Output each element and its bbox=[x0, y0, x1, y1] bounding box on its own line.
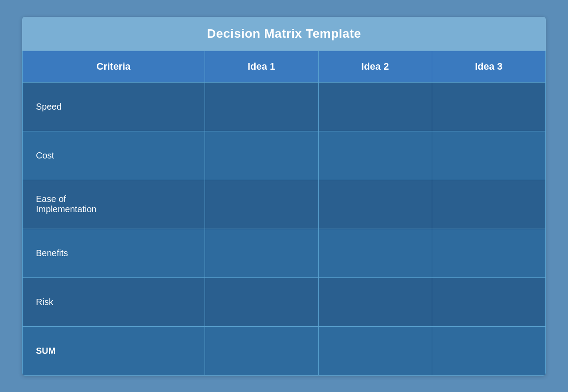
header-idea3: Idea 3 bbox=[432, 51, 545, 82]
criteria-cell-risk: Risk bbox=[23, 277, 205, 326]
header-criteria: Criteria bbox=[23, 51, 205, 82]
idea2-cell-ease bbox=[318, 180, 432, 229]
page-title: Decision Matrix Template bbox=[31, 27, 537, 41]
idea3-cell-benefits bbox=[432, 229, 545, 277]
criteria-cell-speed: Speed bbox=[23, 82, 205, 131]
table-row: SUM bbox=[23, 326, 546, 375]
decision-matrix-container: Decision Matrix Template Criteria Idea 1… bbox=[22, 17, 546, 376]
criteria-cell-sum: SUM bbox=[23, 326, 205, 375]
idea1-cell-speed bbox=[205, 82, 318, 131]
idea1-cell-risk bbox=[205, 277, 318, 326]
table-row: Ease ofImplementation bbox=[23, 180, 546, 229]
header-row: Criteria Idea 1 Idea 2 Idea 3 bbox=[23, 51, 546, 82]
idea1-cell-ease bbox=[205, 180, 318, 229]
matrix-table: Criteria Idea 1 Idea 2 Idea 3 SpeedCostE… bbox=[22, 51, 546, 376]
idea3-cell-ease bbox=[432, 180, 545, 229]
idea1-cell-benefits bbox=[205, 229, 318, 277]
title-bar: Decision Matrix Template bbox=[22, 17, 546, 51]
table-row: Speed bbox=[23, 82, 546, 131]
idea2-cell-benefits bbox=[318, 229, 432, 277]
idea1-cell-sum bbox=[205, 326, 318, 375]
idea2-cell-sum bbox=[318, 326, 432, 375]
table-row: Cost bbox=[23, 131, 546, 180]
criteria-cell-ease: Ease ofImplementation bbox=[23, 180, 205, 229]
criteria-cell-benefits: Benefits bbox=[23, 229, 205, 277]
idea2-cell-speed bbox=[318, 82, 432, 131]
table-row: Benefits bbox=[23, 229, 546, 277]
idea2-cell-risk bbox=[318, 277, 432, 326]
criteria-cell-cost: Cost bbox=[23, 131, 205, 180]
table-row: Risk bbox=[23, 277, 546, 326]
idea3-cell-sum bbox=[432, 326, 545, 375]
idea3-cell-speed bbox=[432, 82, 545, 131]
header-idea2: Idea 2 bbox=[318, 51, 432, 82]
idea1-cell-cost bbox=[205, 131, 318, 180]
idea2-cell-cost bbox=[318, 131, 432, 180]
idea3-cell-cost bbox=[432, 131, 545, 180]
idea3-cell-risk bbox=[432, 277, 545, 326]
header-idea1: Idea 1 bbox=[205, 51, 318, 82]
